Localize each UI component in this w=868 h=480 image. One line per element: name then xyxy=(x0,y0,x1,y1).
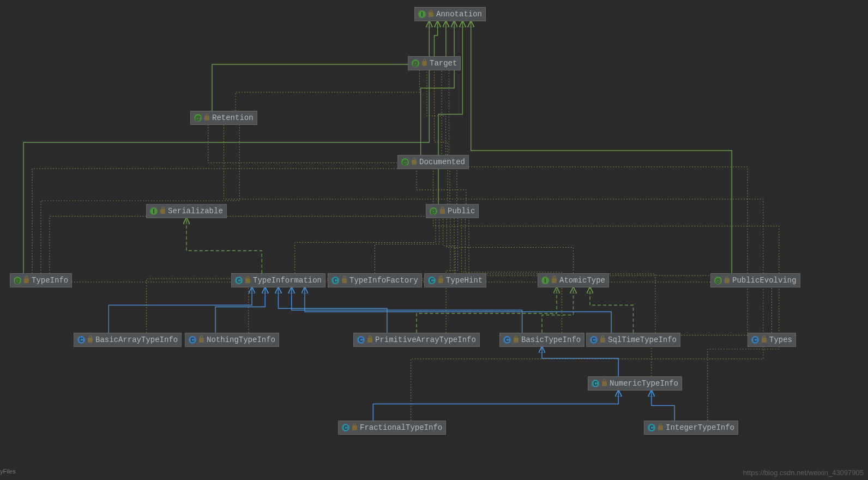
annotation-icon: @ xyxy=(194,114,202,122)
class-node-target[interactable]: @Target xyxy=(408,56,461,70)
lock-icon xyxy=(24,278,29,283)
class-node-fractionaltypeinfo[interactable]: CFractionalTypeInfo xyxy=(338,421,446,435)
node-label: Serializable xyxy=(168,207,223,215)
edge-typeinfo-to-retention xyxy=(41,125,239,273)
class-node-typeinfo[interactable]: @TypeInfo xyxy=(10,273,72,287)
lock-icon xyxy=(367,338,372,343)
interface-icon: I xyxy=(541,277,549,284)
edge-nothingtypeinfo-to-typeinformation xyxy=(215,287,265,333)
edge-numerictypeinfo-to-basictypeinfo xyxy=(542,347,618,376)
class-icon: C xyxy=(357,336,365,344)
node-label: TypeInfo xyxy=(32,276,68,285)
edge-basicarraytypeinfo-to-typeinformation xyxy=(108,287,252,333)
lock-icon xyxy=(602,381,607,386)
class-node-basictypeinfo[interactable]: CBasicTypeInfo xyxy=(499,333,584,347)
class-node-nothingtypeinfo[interactable]: CNothingTypeInfo xyxy=(185,333,279,347)
annotation-icon: @ xyxy=(401,158,409,166)
lock-icon xyxy=(440,209,445,214)
class-node-publicevolving[interactable]: @PublicEvolving xyxy=(710,273,800,287)
node-label: PrimitiveArrayTypeInfo xyxy=(375,335,476,344)
node-label: SqlTimeTypeInfo xyxy=(608,335,677,344)
class-icon: C xyxy=(189,336,196,344)
class-node-retention[interactable]: @Retention xyxy=(190,111,257,125)
edge-documented-to-annotation xyxy=(421,21,455,155)
edge-sqltimetypeinfo-to-typeinformation xyxy=(305,287,611,333)
edge-publicevolving-to-documented xyxy=(433,169,779,273)
edge-fractionaltypeinfo-to-publicevolving xyxy=(411,287,763,421)
edge-basictypeinfo-to-atomictype xyxy=(542,287,574,333)
lock-icon xyxy=(342,278,347,283)
node-label: BasicTypeInfo xyxy=(521,335,581,344)
edge-typeinformation-to-public xyxy=(295,218,436,273)
interface-icon: I xyxy=(418,10,426,18)
edge-layer xyxy=(0,0,868,480)
lock-icon xyxy=(422,61,427,66)
lock-icon xyxy=(438,278,443,283)
class-icon: C xyxy=(751,336,759,344)
edge-atomictype-to-public xyxy=(447,218,573,273)
edge-sqltimetypeinfo-to-atomictype xyxy=(590,287,633,333)
lock-icon xyxy=(199,338,204,343)
annotation-icon: @ xyxy=(430,207,437,215)
edge-publicevolving-to-target xyxy=(442,70,748,273)
edge-typeinfo-to-target xyxy=(32,70,449,273)
class-node-basicarraytypeinfo[interactable]: CBasicArrayTypeInfo xyxy=(74,333,182,347)
edge-target-to-annotation xyxy=(435,21,438,56)
node-label: TypeInfoFactory xyxy=(349,276,418,285)
edge-typehint-to-public xyxy=(443,218,455,273)
edge-primitivearraytypeinfo-to-atomictype xyxy=(417,287,557,333)
lock-icon xyxy=(160,209,165,214)
node-label: Target xyxy=(430,59,457,68)
edge-typeinfo-to-annotation xyxy=(23,21,429,273)
class-node-typehint[interactable]: CTypeHint xyxy=(424,273,486,287)
lock-icon xyxy=(204,116,209,121)
class-node-types[interactable]: CTypes xyxy=(748,333,796,347)
lock-icon xyxy=(514,338,519,343)
class-node-numerictypeinfo[interactable]: CNumericTypeInfo xyxy=(588,376,682,391)
class-node-integertypeinfo[interactable]: CIntegerTypeInfo xyxy=(644,421,738,435)
class-node-annotation[interactable]: IAnnotation xyxy=(414,7,486,21)
edge-typeinfofactory-to-public xyxy=(375,218,439,273)
lock-icon xyxy=(600,338,605,343)
node-label: TypeHint xyxy=(446,276,483,285)
lock-icon xyxy=(352,425,357,430)
edge-integertypeinfo-to-numerictypeinfo xyxy=(652,391,674,421)
edge-basictypeinfo-to-typeinformation xyxy=(292,287,522,333)
lock-icon xyxy=(429,12,433,17)
lock-icon xyxy=(245,278,250,283)
class-node-documented[interactable]: @Documented xyxy=(397,155,469,169)
lock-icon xyxy=(552,278,557,283)
class-node-atomictype[interactable]: IAtomicType xyxy=(538,273,609,287)
lock-icon xyxy=(412,160,417,165)
node-label: AtomicType xyxy=(559,276,605,285)
node-label: PublicEvolving xyxy=(732,276,797,285)
class-icon: C xyxy=(648,424,655,431)
class-node-primitivearraytypeinfo[interactable]: CPrimitiveArrayTypeInfo xyxy=(353,333,480,347)
class-node-typeinfofactory[interactable]: CTypeInfoFactory xyxy=(328,273,422,287)
annotation-icon: @ xyxy=(14,277,21,284)
node-label: Public xyxy=(448,207,475,215)
edge-typeinformation-to-serializable xyxy=(186,218,262,273)
node-label: TypeInformation xyxy=(253,276,322,285)
class-node-sqltimetypeinfo[interactable]: CSqlTimeTypeInfo xyxy=(586,333,680,347)
edge-typeinfo-to-documented xyxy=(50,169,450,273)
node-label: Retention xyxy=(212,113,254,122)
lock-icon xyxy=(725,278,730,283)
class-node-public[interactable]: @Public xyxy=(426,204,479,218)
class-icon: C xyxy=(428,277,436,284)
edge-fractionaltypeinfo-to-numerictypeinfo xyxy=(373,391,618,421)
class-icon: C xyxy=(590,336,598,344)
node-label: IntegerTypeInfo xyxy=(666,423,734,432)
diagram-canvas: IAnnotation@Target@Retention@DocumentedI… xyxy=(0,0,868,480)
node-label: Types xyxy=(769,335,792,344)
class-node-serializable[interactable]: ISerializable xyxy=(146,204,227,218)
edge-documented-to-target xyxy=(427,70,446,155)
edge-integertypeinfo-to-publicevolving xyxy=(708,287,779,421)
edge-publicevolving-to-retention xyxy=(224,125,763,273)
class-icon: C xyxy=(342,424,349,431)
watermark-text: https://blog.csdn.net/weixin_43097905 xyxy=(743,469,864,477)
edge-numerictypeinfo-to-publicevolving xyxy=(652,287,748,376)
class-icon: C xyxy=(77,336,85,344)
lock-icon xyxy=(658,425,663,430)
class-node-typeinformation[interactable]: CTypeInformation xyxy=(231,273,326,287)
